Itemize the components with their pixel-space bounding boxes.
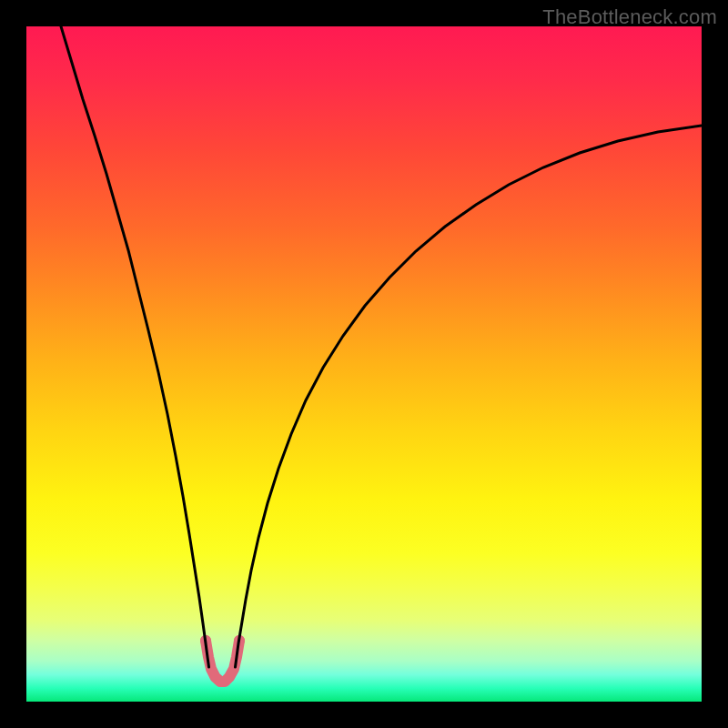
curves-svg	[26, 26, 702, 702]
right-branch-curve	[236, 126, 703, 667]
left-branch-curve	[61, 26, 209, 667]
plot-area	[26, 26, 702, 702]
attribution-label: TheBottleneck.com	[542, 5, 717, 29]
valley-pink-curve	[206, 641, 239, 682]
outer-frame: TheBottleneck.com	[0, 0, 728, 728]
